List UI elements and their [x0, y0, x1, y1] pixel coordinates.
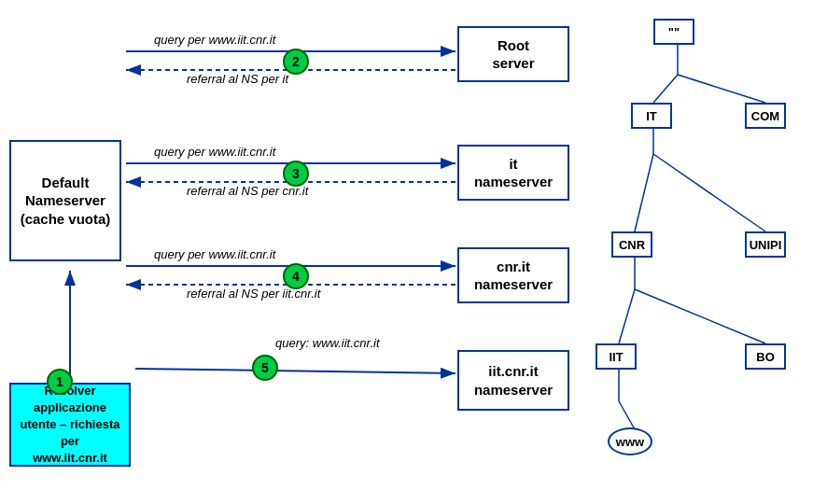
it-nameserver-label: it nameserver: [474, 155, 553, 191]
tree-cnr-node: CNR: [611, 231, 652, 258]
step-3-circle: 3: [283, 161, 309, 187]
it-nameserver-box: it nameserver: [457, 145, 569, 201]
svg-line-19: [635, 289, 765, 343]
svg-line-21: [619, 401, 635, 429]
arrow-label-q1: query per www.iit.cnr.it: [154, 33, 275, 47]
resolver-box: Resolver applicazione utente – richiesta…: [9, 383, 131, 467]
root-server-label: Root server: [492, 36, 534, 73]
svg-line-16: [653, 154, 765, 231]
svg-line-10: [135, 369, 456, 373]
tree-iit-node: IIT: [596, 343, 637, 370]
cnr-nameserver-box: cnr.it nameserver: [457, 247, 569, 303]
tree-com-node: COM: [745, 103, 786, 129]
tree-unipi-node: UNIPI: [745, 231, 786, 258]
cnr-nameserver-label: cnr.it nameserver: [474, 258, 553, 294]
svg-line-13: [678, 75, 765, 103]
tree-bo-node: BO: [745, 343, 786, 370]
svg-line-12: [653, 75, 678, 103]
resolver-label: Resolver applicazione utente – richiesta…: [11, 383, 129, 468]
arrow-label-r3: referral al NS per iit.cnr.it: [187, 287, 320, 301]
arrow-label-q3: query per www.iit.cnr.it: [154, 247, 275, 261]
default-nameserver-label: Default Nameserver (cache vuota): [21, 174, 111, 229]
arrow-label-r2: referral al NS per cnr.it: [187, 184, 308, 198]
tree-www-node: www: [608, 427, 652, 455]
diagram: Default Nameserver (cache vuota) Root se…: [0, 0, 827, 504]
tree-it-node: IT: [631, 103, 672, 129]
iit-nameserver-label: iit.cnr.it nameserver: [474, 362, 553, 399]
step-2-circle: 2: [283, 49, 309, 75]
iit-nameserver-box: iit.cnr.it nameserver: [457, 350, 569, 411]
arrow-label-q4: query: www.iit.cnr.it: [275, 336, 380, 350]
svg-line-15: [635, 154, 653, 231]
root-server-box: Root server: [457, 26, 569, 82]
step-5-circle: 5: [252, 355, 278, 381]
svg-line-18: [619, 289, 635, 343]
arrow-label-q2: query per www.iit.cnr.it: [154, 145, 275, 159]
step-1-circle: 1: [47, 369, 73, 395]
tree-dot-node: "": [653, 19, 694, 45]
step-4-circle: 4: [283, 263, 309, 289]
default-nameserver-box: Default Nameserver (cache vuota): [9, 140, 121, 261]
arrow-label-r1: referral al NS per it: [187, 72, 288, 86]
